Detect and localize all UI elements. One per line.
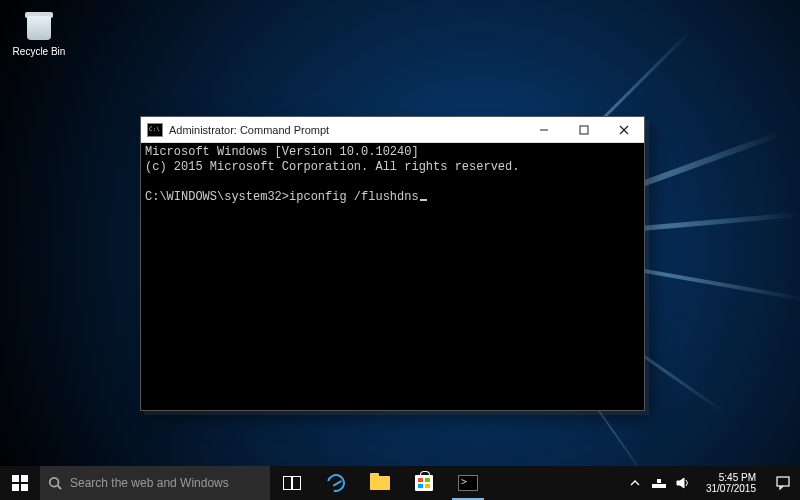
svg-rect-4: [12, 475, 19, 482]
task-view-icon: [282, 473, 302, 493]
taskbar-item-command-prompt[interactable]: [446, 466, 490, 500]
svg-rect-6: [12, 484, 19, 491]
close-button[interactable]: [604, 117, 644, 142]
svg-line-9: [58, 486, 62, 490]
svg-rect-10: [652, 484, 666, 488]
network-icon[interactable]: [652, 476, 666, 490]
clock-time: 5:45 PM: [706, 472, 756, 483]
svg-rect-5: [21, 475, 28, 482]
svg-rect-1: [580, 126, 588, 134]
desktop[interactable]: Recycle Bin Administrator: Command Promp…: [0, 0, 800, 500]
clock-date: 31/07/2015: [706, 483, 756, 494]
windows-logo-icon: [12, 475, 28, 491]
taskbar-item-edge[interactable]: [314, 466, 358, 500]
window-command-prompt[interactable]: Administrator: Command Prompt Microsoft …: [140, 116, 645, 411]
search-icon: [48, 476, 62, 490]
titlebar[interactable]: Administrator: Command Prompt: [141, 117, 644, 143]
recycle-bin-icon: [21, 8, 57, 44]
terminal-line: Microsoft Windows [Version 10.0.10240]: [145, 145, 419, 159]
svg-marker-12: [677, 478, 684, 488]
folder-icon: [370, 473, 390, 493]
action-center-button[interactable]: [766, 466, 800, 500]
terminal-line: (c) 2015 Microsoft Corporation. All righ…: [145, 160, 519, 174]
svg-rect-7: [21, 484, 28, 491]
taskbar-item-store[interactable]: [402, 466, 446, 500]
minimize-icon: [539, 125, 549, 135]
command-prompt-icon: [458, 473, 478, 493]
minimize-button[interactable]: [524, 117, 564, 142]
system-tray: 5:45 PM 31/07/2015: [620, 466, 766, 500]
taskbar-spacer: [490, 466, 620, 500]
maximize-icon: [579, 125, 589, 135]
terminal-output[interactable]: Microsoft Windows [Version 10.0.10240] (…: [141, 143, 644, 410]
desktop-icon-label: Recycle Bin: [10, 46, 68, 57]
edge-icon: [326, 473, 346, 493]
window-title: Administrator: Command Prompt: [169, 124, 524, 136]
taskbar: 5:45 PM 31/07/2015: [0, 466, 800, 500]
desktop-icon-recycle-bin[interactable]: Recycle Bin: [10, 8, 68, 57]
taskbar-search[interactable]: [40, 466, 270, 500]
terminal-cursor: [420, 199, 427, 201]
close-icon: [619, 125, 629, 135]
taskbar-item-task-view[interactable]: [270, 466, 314, 500]
action-center-icon: [776, 476, 790, 490]
svg-point-8: [50, 478, 59, 487]
svg-rect-13: [777, 477, 789, 486]
window-controls: [524, 117, 644, 142]
tray-overflow-icon[interactable]: [628, 476, 642, 490]
store-icon: [414, 473, 434, 493]
taskbar-clock[interactable]: 5:45 PM 31/07/2015: [700, 472, 762, 494]
taskbar-item-file-explorer[interactable]: [358, 466, 402, 500]
window-app-icon: [147, 123, 163, 137]
terminal-prompt: C:\WINDOWS\system32>: [145, 190, 289, 204]
volume-icon[interactable]: [676, 476, 690, 490]
search-input[interactable]: [70, 476, 262, 490]
maximize-button[interactable]: [564, 117, 604, 142]
start-button[interactable]: [0, 466, 40, 500]
terminal-command: ipconfig /flushdns: [289, 190, 419, 204]
svg-rect-11: [657, 479, 661, 483]
